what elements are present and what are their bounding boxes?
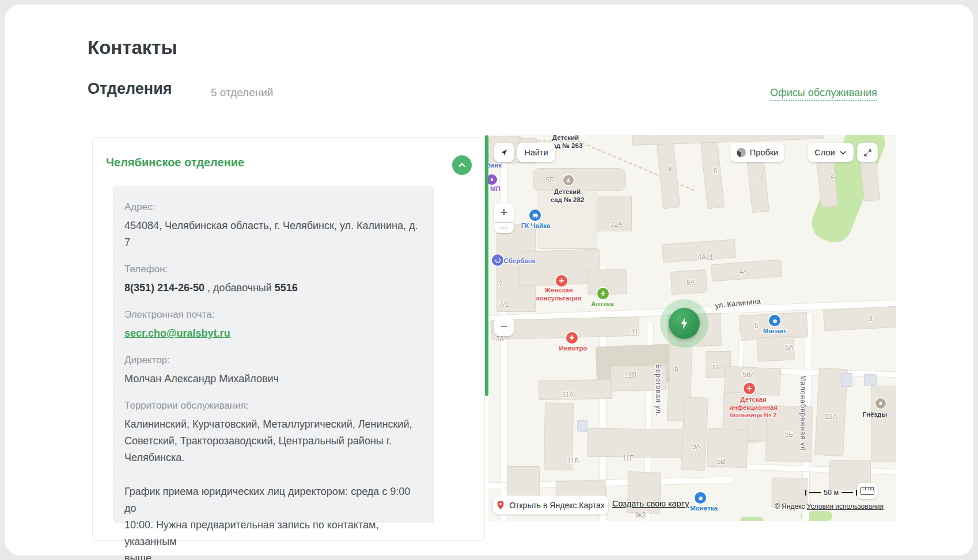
map-search-button[interactable]: Найти (517, 143, 555, 162)
address-label: Адрес: (124, 201, 423, 213)
copyright-text: © Яндекс (775, 502, 807, 511)
map-label: 5Б (785, 431, 794, 439)
map-label: 6 (714, 167, 718, 175)
geolocation-arrow-icon (499, 148, 509, 157)
branch-name: Челябинское отделение (106, 156, 244, 169)
map-label: 8 (668, 165, 672, 173)
ruler-icon (861, 487, 874, 495)
phone-value: 8(351) 214-26-50 , добавочный 5516 (124, 280, 423, 296)
map-scale: 50 м (805, 489, 857, 497)
open-in-yandex-maps-button[interactable]: Открыть в Яндекс.Картах (493, 496, 608, 515)
map-label: 5 (755, 322, 759, 330)
map-label: 7 (499, 280, 503, 288)
schedule-note: График приема юридических лиц директором… (124, 483, 423, 560)
layers-label: Слои (814, 148, 835, 157)
territories-label: Территории обслуживания: (124, 400, 423, 412)
slider-dots-icon (499, 226, 509, 230)
map-label: 3 (869, 315, 873, 323)
map-label: Инвитро (559, 345, 587, 353)
map-label: МП (490, 185, 501, 193)
map-label: 11Г (623, 454, 634, 462)
fullscreen-button[interactable] (857, 143, 878, 162)
map-label: Магнит (763, 327, 787, 336)
offices-link[interactable]: Офисы обслуживания (770, 87, 877, 101)
layers-button[interactable]: Слои (808, 143, 854, 162)
branch-count: 5 отделений (211, 86, 273, 99)
scale-label: 50 м (824, 489, 839, 497)
traffic-light-icon (737, 148, 746, 157)
map-label: Детская инфекционная больница № 2 (729, 396, 778, 420)
map-label: 4 (760, 173, 764, 181)
phone-number: 8(351) 214-26-50 (124, 282, 204, 294)
map-label: Детский сад № 282 (551, 188, 585, 204)
open-in-maps-label: Открыть в Яндекс.Картах (509, 501, 605, 510)
zoom-in-button[interactable]: + (494, 203, 514, 222)
map-label: 4Ас1 (698, 253, 713, 261)
map-label: 9к3 (635, 511, 646, 519)
scale-bar (809, 492, 821, 493)
map-label: 7А (711, 364, 720, 372)
map-label: Береговая ул. (654, 364, 662, 417)
map-label: 9А (692, 443, 701, 451)
map-label: Малонабережная ул. (799, 375, 807, 454)
map-canvas[interactable]: Детский сад № 2635БДетский сад № 282банк… (488, 135, 896, 521)
director-label: Директор: (124, 355, 423, 366)
map-label: 11 (631, 328, 638, 336)
lightning-icon (677, 316, 692, 331)
branch-map-marker[interactable] (669, 308, 700, 339)
map-label: 58А (742, 371, 755, 379)
email-link[interactable]: secr.cho@uralsbyt.ru (124, 327, 230, 339)
map-label: 32А (610, 220, 622, 228)
zoom-slider-handle[interactable] (494, 223, 514, 233)
map-label: Гнёзды (863, 411, 887, 419)
terms-link[interactable]: Условия использования (807, 502, 884, 511)
branch-card: Челябинское отделение Адрес: 454084, Чел… (92, 137, 485, 541)
email-label: Электронная почта: (124, 309, 423, 321)
scale-tick (805, 490, 806, 496)
section-title: Отделения (88, 80, 172, 98)
phone-extension: 5516 (275, 282, 298, 294)
map-label: 11В (625, 371, 636, 379)
scale-bar (841, 492, 853, 493)
expand-arrows-icon (863, 148, 872, 157)
minus-icon: − (501, 320, 508, 333)
chevron-down-icon (839, 149, 847, 157)
chevron-up-icon (457, 161, 467, 170)
traffic-button[interactable]: Пробки (730, 143, 784, 162)
email-row: secr.cho@uralsbyt.ru (124, 325, 423, 342)
map-label: Монетка (690, 505, 718, 513)
territories-value: Калининский, Курчатовский, Металлургичес… (124, 416, 423, 466)
map-label: 8А (687, 279, 695, 287)
map-label: банк (488, 162, 502, 170)
map-label: 5Б (546, 176, 555, 184)
phone-ext-separator: , добавочный (204, 282, 275, 294)
plus-icon: + (501, 206, 508, 219)
map-label: ГК Чайка (521, 222, 550, 230)
map-label: 5А (785, 344, 794, 352)
map-label: 4А (740, 268, 748, 276)
address-value: 454084, Челябинская область, г. Челябинс… (124, 218, 423, 251)
map-copyright: © Яндекс Условия использования (775, 502, 884, 511)
map-label: 11А (562, 391, 574, 399)
map-label: 11Б (567, 457, 579, 465)
map-label: Сбербанк (504, 257, 536, 265)
zoom-out-button[interactable]: − (494, 317, 514, 336)
director-value: Молчан Александр Михайлович (124, 371, 423, 387)
map-label: 5В (717, 458, 726, 466)
map-label: 3А (496, 335, 505, 343)
page-title: Контакты (88, 37, 177, 59)
map-label: Женская консультация (536, 287, 581, 302)
map-pin-icon (496, 500, 505, 510)
map-search-label: Найти (524, 148, 548, 157)
map-label: 9 (674, 366, 678, 374)
phone-label: Телефон: (124, 264, 423, 275)
create-map-link[interactable]: Создать свою карту (612, 499, 689, 508)
map-label: 2 (831, 172, 835, 180)
ruler-button[interactable] (857, 483, 878, 499)
screenshot-stage: Контакты Отделения 5 отделений Офисы обс… (0, 0, 978, 560)
branch-info-box: Адрес: 454084, Челябинская область, г. Ч… (113, 186, 434, 523)
geolocation-button[interactable] (494, 143, 514, 162)
collapse-button[interactable] (452, 155, 472, 175)
map-label: 12А (825, 413, 837, 421)
traffic-label: Пробки (750, 148, 778, 157)
